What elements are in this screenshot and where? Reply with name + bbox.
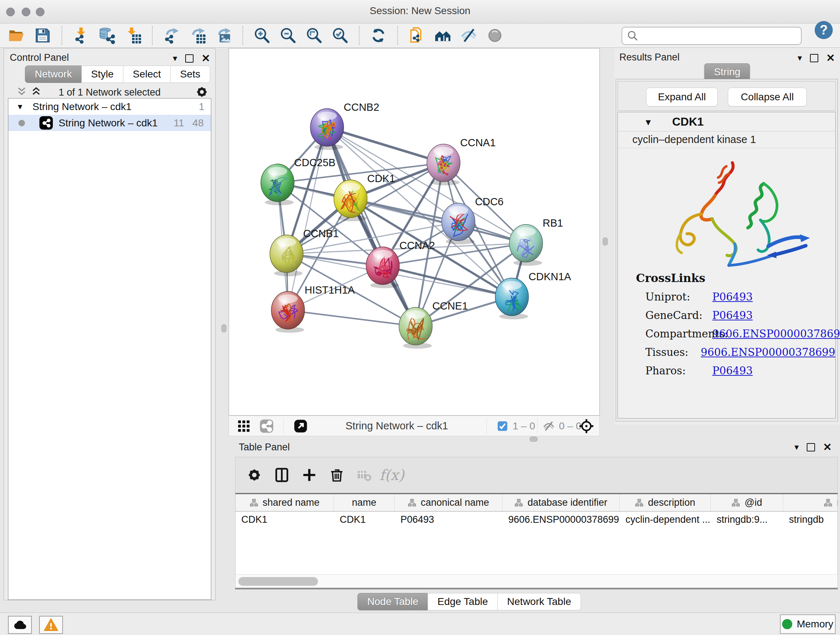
node-CDKN1A[interactable]: CDKN1A: [495, 271, 571, 319]
column-header-database-identifier[interactable]: database identifier: [502, 494, 620, 511]
column-header-namespace[interactable]: namespace: [783, 494, 838, 511]
delete-column-trash-icon[interactable]: [323, 464, 351, 486]
column-header-name[interactable]: name: [334, 494, 395, 511]
import-table-file-icon[interactable]: [120, 25, 146, 46]
import-network-database-icon[interactable]: [94, 25, 120, 46]
crosslink-link[interactable]: 9606.ENSP00000378699: [712, 328, 840, 340]
node-RB1[interactable]: RB1: [509, 217, 563, 266]
table-hscrollbar-thumb[interactable]: [238, 577, 318, 586]
refresh-view-icon[interactable]: [365, 25, 392, 46]
network-nodes: CCNB2CCNA1CDC25BCDK1CDC6RB1CCNB1CCNA2CDK…: [261, 101, 571, 348]
network-canvas[interactable]: CCNB2CCNA1CDC25BCDK1CDC6RB1CCNB1CCNA2CDK…: [229, 48, 600, 416]
zoom-out-icon[interactable]: [275, 25, 301, 46]
left-splitter-handle[interactable]: [221, 325, 226, 333]
edge-CCNB2-CCNA1[interactable]: [327, 127, 444, 163]
right-splitter-handle[interactable]: [603, 238, 608, 245]
table-panel-float-icon[interactable]: [807, 443, 815, 451]
tab-network[interactable]: Network: [25, 65, 82, 83]
zoom-selected-icon[interactable]: [327, 25, 353, 46]
tab-style[interactable]: Style: [81, 65, 123, 83]
edge-CCNB2-CCNE1[interactable]: [327, 127, 416, 326]
tab-edge-table[interactable]: Edge Table: [428, 593, 498, 610]
node-CCNE1[interactable]: CCNE1: [399, 300, 468, 348]
selected-checkbox-icon[interactable]: [497, 416, 508, 436]
crosslink-link[interactable]: P06493: [712, 364, 753, 377]
edge-CCNB2-HIST1H1A[interactable]: [288, 127, 327, 310]
node-CCNB2[interactable]: CCNB2: [310, 101, 379, 150]
search-field[interactable]: [622, 27, 802, 45]
results-panel-float-icon[interactable]: [810, 54, 818, 62]
toolbar-separator: [152, 26, 153, 45]
tab-node-table[interactable]: Node Table: [357, 593, 428, 610]
network-view-toolbar: String Network – cdk1 1 – 0 0 – 0: [229, 416, 600, 436]
hidden-eye-slash-icon[interactable]: [542, 416, 555, 436]
table-settings-gear-icon[interactable]: [240, 464, 268, 486]
zoom-in-icon[interactable]: [249, 25, 275, 46]
protein-card-header[interactable]: ▼ CDK1: [618, 112, 835, 131]
collapse-all-button[interactable]: Collapse All: [728, 88, 807, 106]
import-network-file-icon[interactable]: [68, 25, 94, 46]
table-hscrollbar[interactable]: [235, 574, 838, 588]
bottom-splitter-handle[interactable]: [530, 437, 538, 442]
table-panel-title: Table Panel: [239, 442, 290, 453]
help-button[interactable]: ?: [815, 21, 833, 39]
export-network-icon[interactable]: [158, 25, 185, 46]
control-panel-float-icon[interactable]: [185, 54, 194, 63]
edge-HIST1H1A-CCNE1[interactable]: [288, 310, 416, 326]
column-header--id[interactable]: @id: [711, 494, 783, 511]
export-image-icon[interactable]: [210, 25, 237, 46]
show-columns-icon[interactable]: [268, 464, 295, 486]
birdseye-crosshair-icon[interactable]: [578, 416, 594, 436]
open-in-window-icon[interactable]: [294, 416, 308, 436]
results-panel-collapse-icon[interactable]: ▾: [798, 53, 802, 63]
node-HIST1H1A[interactable]: HIST1H1A: [271, 284, 355, 333]
table-cell: P06493: [395, 511, 502, 527]
results-panel-close-icon[interactable]: ✕: [826, 52, 835, 64]
save-session-icon[interactable]: [30, 25, 56, 46]
export-table-icon[interactable]: [185, 25, 210, 46]
open-session-icon[interactable]: [4, 25, 30, 46]
column-header-shared-name[interactable]: shared name: [235, 494, 334, 511]
column-header-canonical-name[interactable]: canonical name: [395, 494, 502, 511]
status-bar: Memory: [0, 613, 840, 635]
node-label-HIST1H1A: HIST1H1A: [305, 284, 355, 296]
toolbar-separator: [62, 26, 62, 45]
network-share-icon[interactable]: [259, 416, 274, 436]
search-input[interactable]: [639, 29, 801, 43]
node-table[interactable]: shared namename canonical name database …: [235, 493, 838, 588]
table-row[interactable]: CDK1CDK1P064939606.ENSP00000378699cyclin…: [235, 511, 837, 527]
hide-unhide-icon[interactable]: [456, 25, 482, 46]
crosslink-link[interactable]: 9606.ENSP00000378699: [701, 346, 835, 358]
warning-button[interactable]: [39, 616, 63, 634]
grid-view-icon[interactable]: [237, 416, 251, 436]
network-row[interactable]: String Network – cdk1 11 48: [8, 115, 211, 131]
collection-expand-icon[interactable]: ▼: [16, 103, 24, 111]
memory-button[interactable]: Memory: [780, 614, 836, 634]
protein-card-collapse-icon[interactable]: ▼: [644, 117, 653, 127]
tab-sets[interactable]: Sets: [171, 65, 210, 83]
network-collection-row[interactable]: ▼ String Network – cdk1 1: [8, 98, 211, 115]
crosslink-link[interactable]: P06493: [712, 291, 753, 303]
column-header-description[interactable]: description: [620, 494, 711, 511]
tab-network-table[interactable]: Network Table: [497, 593, 581, 610]
toggle-birdseye-icon[interactable]: [482, 25, 508, 46]
node-CCNA1[interactable]: CCNA1: [427, 137, 496, 185]
crosslink-label: Tissues:: [645, 346, 701, 358]
collection-label: String Network – cdk1: [33, 101, 132, 112]
tab-select[interactable]: Select: [123, 65, 171, 83]
share-document-icon[interactable]: [404, 25, 430, 46]
crosslink-link[interactable]: P06493: [712, 309, 753, 321]
title-bar[interactable]: Session: New Session: [0, 0, 840, 24]
table-panel-collapse-icon[interactable]: ▾: [794, 442, 799, 452]
expand-all-button[interactable]: Expand All: [646, 88, 718, 106]
control-panel-collapse-icon[interactable]: ▾: [173, 53, 177, 63]
string-home-icon[interactable]: [430, 25, 456, 46]
add-column-icon[interactable]: [295, 464, 323, 486]
node-CDC6[interactable]: CDC6: [442, 196, 504, 244]
node-label-CCNA1: CCNA1: [460, 137, 496, 149]
zoom-fit-icon[interactable]: [301, 25, 327, 46]
cloud-button[interactable]: [8, 616, 32, 634]
table-panel-close-icon[interactable]: ✕: [823, 441, 832, 453]
control-panel-close-icon[interactable]: ✕: [202, 52, 210, 65]
tab-string[interactable]: String: [704, 63, 750, 81]
